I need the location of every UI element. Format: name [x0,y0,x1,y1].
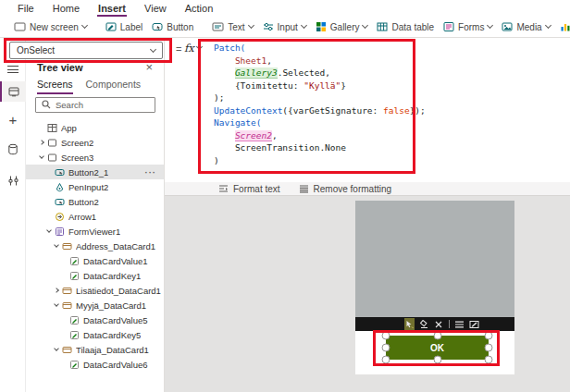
tree-item-datacardvalue5[interactable]: DataCardValue5 [26,312,164,327]
tree-item-screen2[interactable]: Screen2 [26,135,164,150]
property-dropdown[interactable]: OnSelect [9,42,163,59]
toolbar-divider [449,320,450,328]
hamburger-icon [7,66,19,73]
chevron-down-icon [301,22,307,29]
tree-view-title: Tree view [37,62,83,73]
chevron-right-icon[interactable] [52,288,61,292]
chevron-down-icon[interactable] [52,304,61,306]
tree-item-datacardvalue6[interactable]: DataCardValue6 [26,357,164,372]
tree-view-panel: Tree view × ScreensComponents Search App… [26,38,165,392]
chevron-down-icon[interactable] [52,245,61,247]
rail-menu-icon[interactable] [0,59,26,80]
rail-data-icon[interactable] [0,139,26,159]
pen-toolbar-signature-icon[interactable] [469,318,479,330]
tree-item-button2[interactable]: Button2 [26,194,164,209]
toolbar-item-label[interactable]: Label [101,19,147,34]
tree-view-tabs: ScreensComponents [37,79,141,94]
form-icon [54,227,66,237]
pen-toolbar-select-icon[interactable] [404,318,415,330]
chevron-down-icon [150,45,156,52]
tab-screens[interactable]: Screens [37,79,73,94]
pen-toolbar-eraser-icon[interactable] [419,318,429,330]
card-icon [61,241,73,251]
tree-item-button2-1[interactable]: Button2_1··· [26,165,164,179]
toolbar-item-forms[interactable]: Forms [439,19,497,34]
format-text-button[interactable]: Format text [218,184,280,194]
formula-code-line: ScreenTransition.None [214,141,565,154]
fx-button[interactable]: fx [184,42,202,55]
rail-screens-icon[interactable] [0,81,26,102]
toolbar-item-data-table[interactable]: Data table [372,19,439,34]
chevron-down-icon[interactable] [44,230,54,232]
toolbar-item-new-screen[interactable]: New screen [9,19,92,34]
input-icon [263,21,274,32]
menu-item-insert[interactable]: Insert [90,1,134,17]
chevron-right-icon[interactable] [37,141,46,144]
toolbar-item-label: Forms [458,22,484,32]
tree-item-myyjä-datacard1[interactable]: Myyjä_DataCard1 [26,298,164,312]
toolbar-item-label: Data table [391,22,434,32]
tree-item-datacardvalue1[interactable]: DataCardValue1 [26,253,164,268]
close-icon[interactable]: × [145,61,153,73]
remove-formatting-button[interactable]: Remove formatting [299,184,391,194]
search-input[interactable]: Search [35,97,155,113]
tree-item-label: FormViewer1 [68,227,120,237]
pen-icon [54,182,66,192]
tree-list: AppScreen2Screen3Button2_1···PenInput2Bu… [26,120,164,372]
toolbar-item-charts[interactable]: Charts [555,19,570,34]
formula-code-line: ) [214,154,565,167]
formula-code-editor[interactable]: Patch( Sheet1, Gallery3.Selected, {Toimi… [214,42,565,166]
pen-toolbar-menu-icon[interactable] [454,318,465,330]
tree-item-app[interactable]: App [26,120,164,135]
formula-code-line: Sheet1, [214,55,565,67]
canvas-area[interactable]: OK [165,196,570,392]
formula-code-line: Navigate( [214,116,565,129]
menu-item-view[interactable]: View [136,1,175,17]
property-dropdown-value: OnSelect [17,45,55,55]
toolbar-item-label: Text [228,22,244,32]
new-screen-icon [14,21,26,32]
tree-item-label: Address_DataCard1 [76,241,155,251]
tree-item-datacardkey5[interactable]: DataCardKey5 [26,327,164,342]
rail-add-icon[interactable]: + [0,109,26,129]
tree-item-label: App [61,123,77,133]
screen-icon [46,138,58,148]
toolbar-item-gallery[interactable]: Gallery [311,19,373,34]
tree-item-label: Myyjä_DataCard1 [76,300,146,311]
menu-item-action[interactable]: Action [177,1,222,17]
tree-item-datacardkey1[interactable]: DataCardKey1 [26,268,164,283]
tree-item-label: DataCardValue6 [83,360,148,370]
toolbar-item-button[interactable]: Button [147,19,198,34]
menu-item-file[interactable]: File [9,1,43,17]
menu-bar: FileHomeInsertViewAction [0,0,570,17]
pencil-icon [68,315,81,325]
tab-components[interactable]: Components [86,79,142,94]
toolbar-item-label: Gallery [330,22,360,32]
card-icon [61,345,73,355]
chevron-down-icon[interactable] [37,156,46,158]
pen-toolbar-close-icon[interactable] [434,318,444,330]
card-icon [61,300,73,311]
tree-item-tilaaja-datacard1[interactable]: Tilaaja_DataCard1 [26,342,164,357]
tree-item-address-datacard1[interactable]: Address_DataCard1 [26,239,164,253]
formula-code-line: Screen2, [214,129,565,142]
menu-item-home[interactable]: Home [44,1,88,17]
chevron-down-icon[interactable] [52,349,61,350]
toolbar-item-media[interactable]: Media [497,19,554,34]
rail-tools-icon[interactable] [0,170,26,190]
tree-item-peninput2[interactable]: PenInput2 [26,179,164,194]
more-options-icon[interactable]: ··· [145,167,157,178]
toolbar-item-text[interactable]: Text [207,19,257,34]
tree-item-arrow1[interactable]: Arrow1 [26,209,164,224]
tree-item-formviewer1[interactable]: FormViewer1 [26,224,164,239]
phone-preview-screen[interactable] [355,201,514,317]
label-icon [105,21,117,32]
chevron-down-icon [196,43,203,50]
tree-item-lisätiedot-datacard1[interactable]: Lisätiedot_DataCard1 [26,283,164,298]
search-icon [42,100,51,111]
equals-sign: = [176,43,181,55]
left-rail: + [0,38,26,392]
tree-item-label: Button2_1 [68,167,108,178]
tree-item-screen3[interactable]: Screen3 [26,150,164,165]
toolbar-item-input[interactable]: Input [258,19,311,34]
